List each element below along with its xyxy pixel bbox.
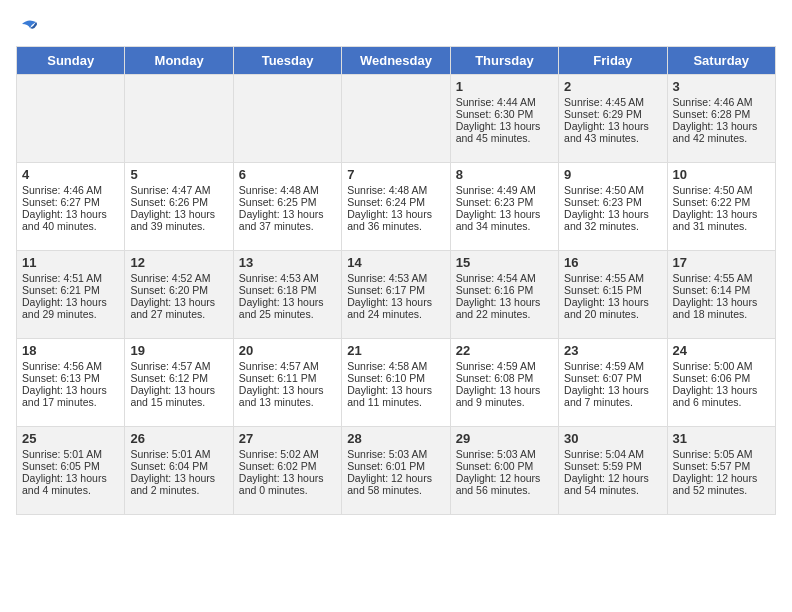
weekday-header: Saturday	[667, 47, 775, 75]
cell-info-line: and 32 minutes.	[564, 220, 661, 232]
day-number: 3	[673, 79, 770, 94]
weekday-header: Friday	[559, 47, 667, 75]
calendar-cell: 9Sunrise: 4:50 AMSunset: 6:23 PMDaylight…	[559, 163, 667, 251]
day-number: 19	[130, 343, 227, 358]
calendar-cell: 13Sunrise: 4:53 AMSunset: 6:18 PMDayligh…	[233, 251, 341, 339]
calendar-cell: 20Sunrise: 4:57 AMSunset: 6:11 PMDayligh…	[233, 339, 341, 427]
cell-info-line: Sunset: 6:23 PM	[564, 196, 661, 208]
cell-info-line: Sunset: 6:29 PM	[564, 108, 661, 120]
weekday-header: Sunday	[17, 47, 125, 75]
cell-info-line: and 13 minutes.	[239, 396, 336, 408]
calendar-cell: 7Sunrise: 4:48 AMSunset: 6:24 PMDaylight…	[342, 163, 450, 251]
cell-info-line: Sunset: 5:59 PM	[564, 460, 661, 472]
day-number: 24	[673, 343, 770, 358]
cell-info-line: Sunset: 6:04 PM	[130, 460, 227, 472]
cell-info-line: Sunrise: 4:46 AM	[673, 96, 770, 108]
cell-info-line: Sunset: 6:11 PM	[239, 372, 336, 384]
calendar-cell	[342, 75, 450, 163]
cell-info-line: Sunset: 6:22 PM	[673, 196, 770, 208]
cell-info-line: Sunrise: 4:54 AM	[456, 272, 553, 284]
calendar-header-row: SundayMondayTuesdayWednesdayThursdayFrid…	[17, 47, 776, 75]
cell-info-line: Daylight: 13 hours	[347, 384, 444, 396]
cell-info-line: and 29 minutes.	[22, 308, 119, 320]
calendar-cell: 25Sunrise: 5:01 AMSunset: 6:05 PMDayligh…	[17, 427, 125, 515]
cell-info-line: Sunrise: 5:03 AM	[347, 448, 444, 460]
weekday-header: Wednesday	[342, 47, 450, 75]
day-number: 18	[22, 343, 119, 358]
cell-info-line: Sunrise: 4:55 AM	[564, 272, 661, 284]
cell-info-line: and 7 minutes.	[564, 396, 661, 408]
cell-info-line: Sunrise: 4:48 AM	[239, 184, 336, 196]
cell-info-line: Sunrise: 4:59 AM	[456, 360, 553, 372]
cell-info-line: Daylight: 13 hours	[239, 384, 336, 396]
day-number: 25	[22, 431, 119, 446]
cell-info-line: Daylight: 13 hours	[130, 472, 227, 484]
cell-info-line: Sunset: 6:14 PM	[673, 284, 770, 296]
day-number: 6	[239, 167, 336, 182]
calendar-week-row: 25Sunrise: 5:01 AMSunset: 6:05 PMDayligh…	[17, 427, 776, 515]
day-number: 23	[564, 343, 661, 358]
cell-info-line: Sunrise: 4:50 AM	[564, 184, 661, 196]
calendar-cell: 21Sunrise: 4:58 AMSunset: 6:10 PMDayligh…	[342, 339, 450, 427]
cell-info-line: Sunrise: 5:01 AM	[22, 448, 119, 460]
cell-info-line: Sunrise: 5:04 AM	[564, 448, 661, 460]
cell-info-line: Sunrise: 4:59 AM	[564, 360, 661, 372]
cell-info-line: and 0 minutes.	[239, 484, 336, 496]
cell-info-line: Daylight: 13 hours	[130, 296, 227, 308]
day-number: 29	[456, 431, 553, 446]
cell-info-line: Sunset: 6:21 PM	[22, 284, 119, 296]
cell-info-line: Sunrise: 4:47 AM	[130, 184, 227, 196]
cell-info-line: Sunrise: 4:58 AM	[347, 360, 444, 372]
cell-info-line: Daylight: 13 hours	[456, 120, 553, 132]
cell-info-line: Sunrise: 4:57 AM	[130, 360, 227, 372]
day-number: 16	[564, 255, 661, 270]
calendar-week-row: 4Sunrise: 4:46 AMSunset: 6:27 PMDaylight…	[17, 163, 776, 251]
calendar-week-row: 18Sunrise: 4:56 AMSunset: 6:13 PMDayligh…	[17, 339, 776, 427]
day-number: 30	[564, 431, 661, 446]
calendar-table: SundayMondayTuesdayWednesdayThursdayFrid…	[16, 46, 776, 515]
calendar-cell: 31Sunrise: 5:05 AMSunset: 5:57 PMDayligh…	[667, 427, 775, 515]
cell-info-line: Daylight: 13 hours	[239, 296, 336, 308]
cell-info-line: and 18 minutes.	[673, 308, 770, 320]
cell-info-line: Daylight: 13 hours	[239, 472, 336, 484]
cell-info-line: Daylight: 13 hours	[22, 384, 119, 396]
cell-info-line: Daylight: 13 hours	[130, 208, 227, 220]
cell-info-line: Sunset: 6:10 PM	[347, 372, 444, 384]
cell-info-line: and 39 minutes.	[130, 220, 227, 232]
calendar-cell: 8Sunrise: 4:49 AMSunset: 6:23 PMDaylight…	[450, 163, 558, 251]
calendar-cell	[17, 75, 125, 163]
cell-info-line: and 36 minutes.	[347, 220, 444, 232]
cell-info-line: Sunrise: 4:52 AM	[130, 272, 227, 284]
day-number: 8	[456, 167, 553, 182]
day-number: 7	[347, 167, 444, 182]
cell-info-line: Daylight: 13 hours	[456, 208, 553, 220]
calendar-cell: 23Sunrise: 4:59 AMSunset: 6:07 PMDayligh…	[559, 339, 667, 427]
day-number: 15	[456, 255, 553, 270]
cell-info-line: Sunset: 6:15 PM	[564, 284, 661, 296]
cell-info-line: Sunset: 6:30 PM	[456, 108, 553, 120]
calendar-cell: 1Sunrise: 4:44 AMSunset: 6:30 PMDaylight…	[450, 75, 558, 163]
cell-info-line: Sunset: 6:23 PM	[456, 196, 553, 208]
cell-info-line: Daylight: 12 hours	[456, 472, 553, 484]
cell-info-line: and 9 minutes.	[456, 396, 553, 408]
cell-info-line: Daylight: 13 hours	[22, 296, 119, 308]
cell-info-line: and 56 minutes.	[456, 484, 553, 496]
calendar-cell: 18Sunrise: 4:56 AMSunset: 6:13 PMDayligh…	[17, 339, 125, 427]
cell-info-line: and 54 minutes.	[564, 484, 661, 496]
cell-info-line: and 31 minutes.	[673, 220, 770, 232]
cell-info-line: Sunrise: 5:00 AM	[673, 360, 770, 372]
cell-info-line: and 58 minutes.	[347, 484, 444, 496]
cell-info-line: Sunset: 6:27 PM	[22, 196, 119, 208]
calendar-cell: 6Sunrise: 4:48 AMSunset: 6:25 PMDaylight…	[233, 163, 341, 251]
calendar-cell: 27Sunrise: 5:02 AMSunset: 6:02 PMDayligh…	[233, 427, 341, 515]
day-number: 21	[347, 343, 444, 358]
day-number: 5	[130, 167, 227, 182]
calendar-cell: 26Sunrise: 5:01 AMSunset: 6:04 PMDayligh…	[125, 427, 233, 515]
calendar-cell: 15Sunrise: 4:54 AMSunset: 6:16 PMDayligh…	[450, 251, 558, 339]
day-number: 1	[456, 79, 553, 94]
day-number: 28	[347, 431, 444, 446]
day-number: 4	[22, 167, 119, 182]
cell-info-line: Sunset: 6:02 PM	[239, 460, 336, 472]
calendar-cell: 17Sunrise: 4:55 AMSunset: 6:14 PMDayligh…	[667, 251, 775, 339]
cell-info-line: Daylight: 13 hours	[673, 120, 770, 132]
